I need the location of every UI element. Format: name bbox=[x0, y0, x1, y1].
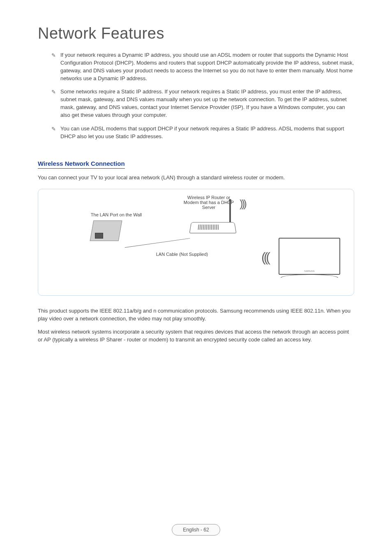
tv-icon: SAMSUNG bbox=[279, 238, 340, 284]
diagram-label-cable: LAN Cable (Not Supplied) bbox=[145, 252, 219, 257]
note-icon: ✎ bbox=[51, 88, 56, 96]
section-title: Wireless Network Connection bbox=[38, 160, 125, 169]
section-intro: You can connect your TV to your local ar… bbox=[38, 174, 354, 181]
note-item: ✎ Some networks require a Static IP addr… bbox=[60, 88, 354, 119]
note-item: ✎ If your network requires a Dynamic IP … bbox=[60, 51, 354, 82]
wifi-signal-icon: ((( bbox=[261, 250, 268, 265]
router-icon bbox=[190, 221, 235, 234]
page-number: English - 62 bbox=[172, 524, 220, 536]
body-paragraph: Most wireless network systems incorporat… bbox=[38, 328, 354, 344]
page-footer: English - 62 bbox=[0, 524, 392, 536]
note-text: You can use ADSL modems that support DHC… bbox=[60, 125, 344, 139]
wifi-signal-icon: ))) bbox=[240, 197, 245, 210]
tv-logo: SAMSUNG bbox=[279, 270, 339, 272]
note-item: ✎ You can use ADSL modems that support D… bbox=[60, 125, 354, 141]
note-text: If your network requires a Dynamic IP ad… bbox=[60, 52, 354, 81]
note-text: Some networks require a Static IP addres… bbox=[60, 88, 347, 118]
section-wireless: Wireless Network Connection You can conn… bbox=[38, 160, 354, 343]
connection-diagram: The LAN Port on the Wall Wireless IP Rou… bbox=[38, 189, 354, 296]
diagram-label-router: Wireless IP Router or Modem that has a D… bbox=[180, 195, 238, 210]
note-list: ✎ If your network requires a Dynamic IP … bbox=[38, 51, 354, 140]
note-icon: ✎ bbox=[51, 52, 56, 60]
page-title: Network Features bbox=[38, 25, 354, 42]
body-paragraph: This product supports the IEEE 802.11a/b… bbox=[38, 307, 354, 323]
diagram-label-lan-port: The LAN Port on the Wall bbox=[88, 212, 145, 217]
lan-cable-icon bbox=[125, 238, 190, 248]
wall-port-icon bbox=[92, 220, 125, 245]
note-icon: ✎ bbox=[51, 125, 56, 133]
